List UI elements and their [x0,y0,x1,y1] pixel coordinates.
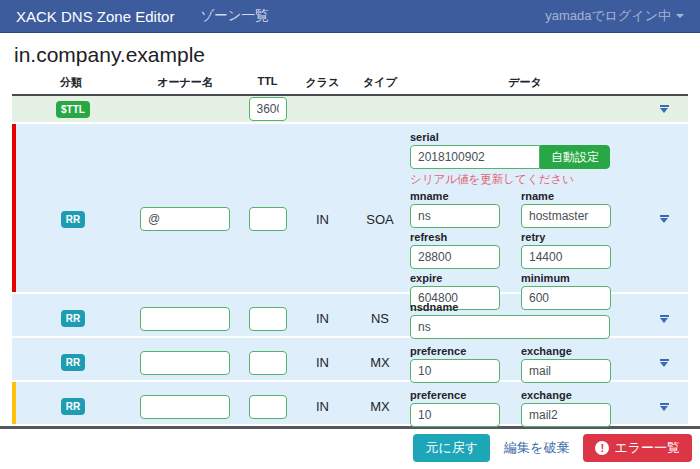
user-menu[interactable]: yamadaでログイン中 [545,7,684,25]
preference-label: preference [410,389,500,401]
soa-record-row: RR IN SOA serial 自動設定 シリアル値を更新してください mna… [12,124,688,292]
ttl-badge: $TTL [56,101,90,118]
col-header-type: タイプ [350,75,410,90]
ns-record-row: RR IN NS nsdname [12,294,688,336]
discard-edits-button[interactable]: 編集を破棄 [502,434,571,462]
serial-label: serial [410,131,640,143]
mx2-row-menu-toggle[interactable] [660,403,669,411]
nsdname-label: nsdname [410,301,640,313]
auto-serial-button[interactable]: 自動設定 [540,145,610,169]
mx1-preference-input[interactable] [410,359,500,383]
rr-badge: RR [61,211,85,228]
expire-label: expire [410,272,500,284]
mname-input[interactable] [410,204,500,228]
mx1-type-label: MX [370,355,390,370]
soa-class-label: IN [316,212,329,227]
mx1-ttl-input[interactable] [249,351,287,375]
rname-input[interactable] [521,204,611,228]
caret-down-icon [660,315,669,317]
serial-input[interactable] [410,145,540,169]
ttl-directive-row: $TTL [12,96,688,122]
app-title: XACK DNS Zone Editor [16,8,174,25]
caret-down-icon [660,403,669,405]
retry-input[interactable] [521,245,611,269]
col-header-ttl: TTL [240,75,295,90]
mx1-owner-input[interactable] [140,351,230,375]
nav-zone-list[interactable]: ゾーン一覧 [200,7,268,25]
ns-type-label: NS [371,311,389,326]
undo-button[interactable]: 元に戻す [413,434,490,462]
user-menu-label: yamadaでログイン中 [545,7,671,25]
col-header-class: クラス [295,75,350,90]
ttl-row-menu-toggle[interactable] [660,105,669,113]
error-list-label: エラー一覧 [614,439,680,457]
mx1-class-label: IN [316,355,329,370]
soa-type-label: SOA [366,212,393,227]
nsdname-input[interactable] [410,315,610,339]
soa-owner-input[interactable] [140,207,230,231]
rr-badge: RR [61,398,85,415]
ns-row-menu-toggle[interactable] [660,315,669,323]
ns-class-label: IN [316,311,329,326]
caret-down-icon [660,359,669,361]
mx1-row-menu-toggle[interactable] [660,359,669,367]
error-icon: ! [595,441,609,455]
preference-label: preference [410,345,500,357]
mx2-owner-input[interactable] [140,395,230,419]
exchange-label: exchange [521,389,611,401]
ttl-directive-input[interactable] [249,97,287,121]
col-header-classification: 分類 [12,75,130,90]
rr-badge: RR [61,354,85,371]
error-list-button[interactable]: ! エラー一覧 [583,434,692,462]
mx1-exchange-input[interactable] [521,359,611,383]
exchange-label: exchange [521,345,611,357]
mx2-ttl-input[interactable] [249,395,287,419]
rr-badge: RR [61,310,85,327]
mx-record-row-2: RR IN MX preference exchange [12,382,688,424]
col-header-data: データ [410,75,640,90]
mx-record-row-1: RR IN MX preference exchange [12,338,688,380]
navbar: XACK DNS Zone Editor ゾーン一覧 yamadaでログイン中 [0,0,700,33]
serial-error-message: シリアル値を更新してください [410,172,640,187]
table-header: 分類 オーナー名 TTL クラス タイプ データ [12,75,688,96]
mx2-class-label: IN [316,399,329,414]
soa-ttl-input[interactable] [249,207,287,231]
ns-owner-input[interactable] [140,307,230,331]
action-bar: 元に戻す 編集を破棄 ! エラー一覧 [0,426,700,468]
minimum-label: minimum [521,272,611,284]
retry-label: retry [521,231,611,243]
mname-label: mname [410,190,500,202]
soa-row-menu-toggle[interactable] [660,215,669,223]
col-header-owner: オーナー名 [130,75,240,90]
page-title: in.company.example [14,43,686,67]
mx2-type-label: MX [370,399,390,414]
zone-editor-page: in.company.example 分類 オーナー名 TTL クラス タイプ … [0,43,700,424]
rname-label: rname [521,190,611,202]
caret-down-icon [660,105,669,107]
caret-down-icon [660,215,669,217]
ns-ttl-input[interactable] [249,307,287,331]
mx2-exchange-input[interactable] [521,403,611,427]
refresh-label: refresh [410,231,500,243]
chevron-down-icon [676,14,684,18]
refresh-input[interactable] [410,245,500,269]
mx2-preference-input[interactable] [410,403,500,427]
